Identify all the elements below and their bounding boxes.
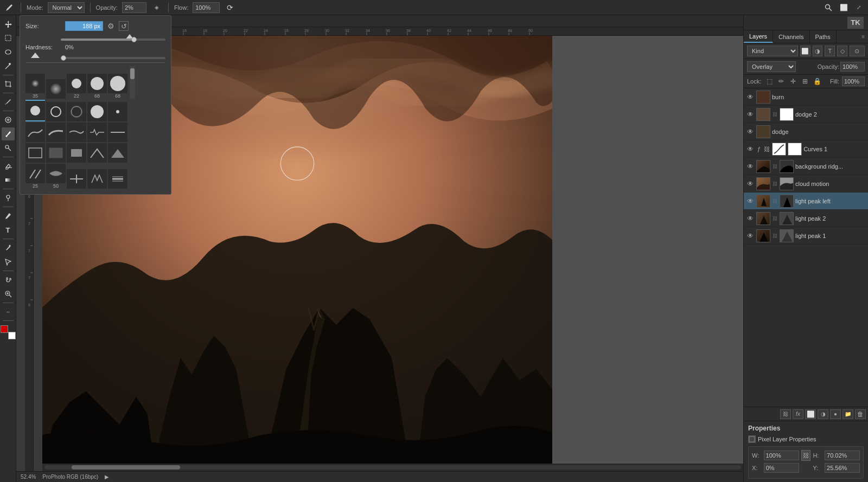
direct-selection-tool[interactable] [2, 255, 15, 268]
tab-layers[interactable]: Layers [744, 30, 773, 43]
canvas-h-scrollbar[interactable] [42, 464, 743, 471]
brush-preset-2[interactable] [46, 79, 66, 99]
layer-item-curves1[interactable]: 👁 ƒ ⛓ Curves 1 [744, 140, 868, 158]
brush-preset-12[interactable] [46, 123, 66, 142]
folder-icon[interactable]: 📁 [843, 409, 853, 419]
lock-artboard-icon[interactable]: ⊞ [800, 76, 810, 86]
size-slider-thumb[interactable] [131, 37, 137, 42]
brush-preset-4[interactable]: 68 [87, 74, 107, 99]
brush-preset-15[interactable] [108, 123, 127, 142]
mode-dropdown[interactable]: Normal Multiply Screen Overlay [48, 2, 85, 13]
brush-preset-9[interactable] [87, 102, 107, 121]
magic-wand-tool[interactable] [2, 60, 15, 73]
brush-tool[interactable] [2, 127, 15, 140]
brush-preset-25[interactable] [108, 169, 127, 189]
more-tools-btn[interactable]: ··· [2, 305, 15, 318]
layer-item-light-peak-left[interactable]: 👁 ⛓ light peak left [744, 192, 868, 210]
layer-item-dodge2[interactable]: 👁 ⛓ dodge 2 [744, 106, 868, 123]
hardness-slider-thumb[interactable] [61, 55, 66, 61]
filter-adjustment-icon[interactable]: ◑ [813, 46, 823, 56]
brush-preset-10[interactable] [108, 102, 127, 121]
brush-preset-16[interactable] [25, 143, 45, 163]
brush-tool-icon[interactable] [3, 2, 15, 14]
background-color[interactable] [8, 332, 16, 339]
brush-preset-14[interactable] [87, 123, 107, 142]
brush-preset-3[interactable]: 22 [67, 74, 86, 99]
layer-visibility-dodge2[interactable]: 👁 [746, 111, 755, 118]
brush-preset-23[interactable] [67, 169, 86, 189]
path-selection-tool[interactable] [2, 241, 15, 254]
lock-transparent-icon[interactable]: ⬚ [764, 76, 774, 86]
move-tool[interactable] [2, 17, 15, 30]
dodge-tool[interactable] [2, 191, 15, 204]
brush-preset-13[interactable] [67, 123, 86, 142]
h-input[interactable] [825, 451, 860, 460]
layer-item-light-peak-2[interactable]: 👁 ⛓ light peak 2 [744, 210, 868, 227]
brush-preset-21[interactable]: 25 [25, 164, 45, 189]
layer-visibility-curves1[interactable]: 👁 [746, 145, 755, 153]
size-slider[interactable] [61, 38, 165, 41]
brush-preset-11[interactable] [25, 123, 45, 142]
panel-expand-icon[interactable]: ≡ [858, 30, 868, 43]
brush-preset-6[interactable] [25, 100, 45, 121]
clone-stamp-tool[interactable] [2, 142, 15, 155]
layer-visibility-bgridge[interactable]: 👁 [746, 163, 755, 170]
layer-item-light-peak-1[interactable]: 👁 ⛓ light peak 1 [744, 227, 868, 245]
layer-visibility-dodge[interactable]: 👁 [746, 128, 755, 136]
layer-item-dodge[interactable]: 👁 dodge [744, 123, 868, 140]
filter-type-icon[interactable]: T [825, 46, 835, 56]
opacity-input[interactable] [122, 2, 146, 13]
layer-visibility-lp1[interactable]: 👁 [746, 232, 755, 240]
fx-icon[interactable]: fx [793, 409, 803, 419]
spot-healing-tool[interactable] [2, 113, 15, 126]
color-icon[interactable]: ● [830, 409, 841, 419]
mask-icon[interactable]: ⬜ [805, 409, 816, 419]
layer-link-icon[interactable]: ⛓ [780, 409, 791, 419]
brush-preset-7[interactable] [46, 102, 66, 121]
color-swatches[interactable] [1, 325, 16, 339]
brush-preset-22[interactable]: 50 [46, 164, 66, 189]
type-tool[interactable]: T [2, 223, 15, 236]
airbrush-icon[interactable]: ⟳ [224, 2, 236, 14]
brush-preset-19[interactable] [87, 143, 107, 163]
zoom-tool[interactable] [2, 287, 15, 300]
layer-visibility-lpl[interactable]: 👁 [746, 197, 755, 205]
opacity-value[interactable] [840, 62, 865, 72]
hardness-slider[interactable] [61, 57, 165, 59]
profile-arrow[interactable]: ▶ [105, 474, 109, 480]
brush-preset-1[interactable]: 35 [25, 74, 45, 99]
brush-list-scrollbar[interactable] [130, 68, 135, 79]
layer-visibility-burn[interactable]: 👁 [746, 93, 755, 101]
y-input[interactable] [825, 463, 860, 473]
kind-dropdown[interactable]: Kind Name Effect Mode Attribute Color [747, 46, 798, 56]
gradient-tool[interactable] [2, 173, 15, 187]
brush-preset-18[interactable] [67, 143, 86, 163]
brush-preset-8[interactable] [67, 102, 86, 121]
lock-all-icon[interactable]: 🔒 [812, 76, 822, 86]
foreground-color[interactable] [1, 325, 8, 333]
layer-visibility-lp2[interactable]: 👁 [746, 215, 755, 222]
blend-mode-dropdown[interactable]: Overlay Normal Multiply Screen Soft Ligh… [747, 61, 796, 72]
w-input[interactable] [764, 451, 799, 460]
lock-position-icon[interactable]: ✛ [788, 76, 798, 86]
fill-value[interactable] [842, 76, 865, 86]
reset-icon[interactable]: ↺ [119, 21, 129, 31]
lock-image-icon[interactable]: ✏ [776, 76, 786, 86]
adjustment-icon[interactable]: ◑ [818, 409, 828, 419]
size-input[interactable] [65, 21, 103, 31]
layer-item-bg-ridge[interactable]: 👁 ⛓ background ridg... [744, 158, 868, 175]
h-scrollbar-thumb[interactable] [72, 465, 180, 470]
crop-tool[interactable] [2, 78, 15, 91]
tab-channels[interactable]: Channels [773, 30, 809, 43]
layer-visibility-cloud[interactable]: 👁 [746, 180, 755, 188]
expand-icon[interactable]: ⤢ [853, 2, 865, 14]
wh-link-icon[interactable]: ⛓ [801, 450, 811, 461]
brush-preset-17[interactable] [46, 143, 66, 163]
filter-shape-icon[interactable]: ◇ [837, 46, 847, 56]
filter-pixel-icon[interactable]: ⬜ [800, 46, 810, 56]
window-icon[interactable]: ⬜ [838, 2, 850, 14]
eyedropper-tool[interactable] [2, 95, 15, 108]
rectangular-marquee-tool[interactable] [2, 31, 15, 44]
brush-preset-20[interactable] [108, 143, 127, 163]
brush-settings-icon[interactable]: ⚙ [107, 22, 114, 30]
